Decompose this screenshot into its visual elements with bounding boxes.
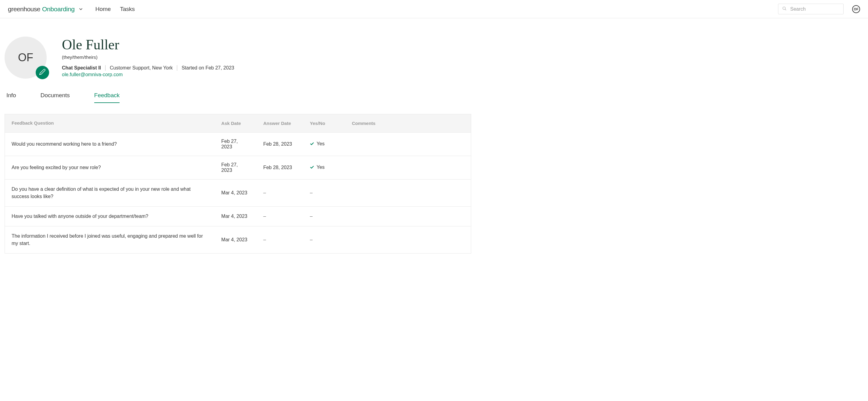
cell-comments	[345, 132, 471, 156]
profile-start-date: Started on Feb 27, 2023	[182, 65, 234, 71]
cell-ask-date: Feb 27, 2023	[215, 132, 257, 156]
header-ask-date: Ask Date	[215, 114, 257, 133]
cell-question: Are you feeling excited by your new role…	[5, 156, 215, 179]
cell-yes-no: Yes	[303, 132, 345, 156]
logo-text-onboarding: Onboarding	[42, 5, 75, 13]
cell-answer-date: –	[256, 226, 303, 253]
header-comments: Comments	[345, 114, 471, 133]
meta-divider	[105, 65, 105, 71]
table-header-row: Feedback Question Ask Date Answer Date Y…	[5, 114, 471, 133]
cell-question: Would you recommend working here to a fr…	[5, 132, 215, 156]
cell-question: The information I received before I join…	[5, 226, 215, 253]
pencil-icon	[39, 69, 46, 76]
header-question: Feedback Question	[5, 114, 215, 133]
header-answer-date: Answer Date	[256, 114, 303, 133]
chevron-down-icon[interactable]	[79, 7, 83, 11]
cell-yes-no: –	[303, 206, 345, 226]
profile-title: Chat Specialist II	[62, 65, 101, 71]
profile-email[interactable]: ole.fuller@omniva-corp.com	[62, 72, 234, 77]
logo[interactable]: greenhouse Onboarding	[8, 5, 83, 13]
user-avatar-small[interactable]: OF	[852, 5, 860, 13]
cell-ask-date: Mar 4, 2023	[215, 179, 257, 206]
cell-ask-date: Feb 27, 2023	[215, 156, 257, 179]
search-box[interactable]	[778, 4, 844, 14]
profile-name: Ole Fuller	[62, 37, 234, 53]
cell-answer-date: Feb 28, 2023	[256, 156, 303, 179]
cell-yes-no: –	[303, 226, 345, 253]
tab-feedback[interactable]: Feedback	[94, 92, 120, 103]
nav-tasks[interactable]: Tasks	[120, 6, 135, 12]
search-icon	[782, 6, 786, 12]
cell-yes-no: Yes	[303, 156, 345, 179]
cell-yes-no: –	[303, 179, 345, 206]
cell-question: Do you have a clear definition of what i…	[5, 179, 215, 206]
content: OF Ole Fuller (they/them/theirs) Chat Sp…	[0, 18, 476, 254]
profile-pronouns: (they/them/theirs)	[62, 55, 234, 60]
check-icon	[310, 165, 314, 169]
svg-line-1	[785, 9, 786, 10]
header-right: OF	[778, 4, 860, 14]
cell-answer-date: –	[256, 206, 303, 226]
tab-info[interactable]: Info	[6, 92, 16, 103]
nav-home[interactable]: Home	[95, 6, 111, 12]
cell-comments	[345, 206, 471, 226]
cell-ask-date: Mar 4, 2023	[215, 206, 257, 226]
profile-info: Ole Fuller (they/them/theirs) Chat Speci…	[62, 37, 234, 77]
header-yes-no: Yes/No	[303, 114, 345, 133]
table-row: Would you recommend working here to a fr…	[5, 132, 471, 156]
cell-answer-date: Feb 28, 2023	[256, 132, 303, 156]
table-row: Are you feeling excited by your new role…	[5, 156, 471, 179]
cell-comments	[345, 226, 471, 253]
profile-dept-location: Customer Support, New York	[110, 65, 173, 71]
cell-ask-date: Mar 4, 2023	[215, 226, 257, 253]
profile-tabs: Info Documents Feedback	[5, 92, 471, 103]
table-row: Have you talked with anyone outside of y…	[5, 206, 471, 226]
search-input[interactable]	[790, 6, 851, 12]
profile-meta: Chat Specialist II Customer Support, New…	[62, 65, 234, 71]
tab-documents[interactable]: Documents	[40, 92, 70, 103]
meta-divider	[177, 65, 177, 71]
avatar-wrap: OF	[5, 37, 46, 78]
table-row: Do you have a clear definition of what i…	[5, 179, 471, 206]
edit-avatar-button[interactable]	[36, 66, 49, 79]
cell-comments	[345, 179, 471, 206]
cell-comments	[345, 156, 471, 179]
profile-header: OF Ole Fuller (they/them/theirs) Chat Sp…	[5, 37, 471, 78]
feedback-table: Feedback Question Ask Date Answer Date Y…	[5, 114, 471, 254]
cell-question: Have you talked with anyone outside of y…	[5, 206, 215, 226]
table-row: The information I received before I join…	[5, 226, 471, 253]
top-header: greenhouse Onboarding Home Tasks OF	[0, 0, 868, 18]
check-icon	[310, 142, 314, 146]
logo-text-greenhouse: greenhouse	[8, 5, 40, 13]
nav-links: Home Tasks	[95, 6, 135, 12]
cell-answer-date: –	[256, 179, 303, 206]
